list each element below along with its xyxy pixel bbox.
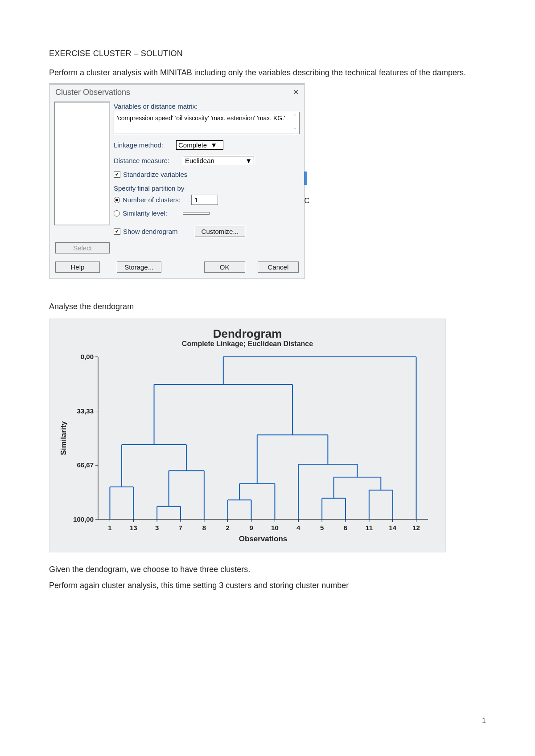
svg-text:9: 9 (249, 524, 253, 531)
svg-text:33,33: 33,33 (77, 407, 94, 414)
para-choose-clusters: Given the dendogram, we choose to have t… (49, 564, 486, 575)
svg-text:12: 12 (412, 524, 420, 531)
chart-title: Dendrogram (58, 327, 437, 341)
radio-nclusters[interactable]: Number of clusters: 1 (114, 195, 300, 205)
cluster-observations-dialog: C Cluster Observations × Variables or di… (49, 83, 305, 279)
radio-nclusters-label: Number of clusters: (123, 196, 181, 204)
para-perform-again: Perform again cluster analysis, this tim… (49, 580, 486, 591)
help-button[interactable]: Help (55, 262, 100, 273)
dendrogram-svg: 0,0033,3366,67100,00Similarity1133782910… (58, 352, 437, 544)
variables-value: 'compression speed' 'oil viscosity' 'max… (117, 114, 285, 122)
svg-text:66,67: 66,67 (77, 461, 94, 469)
chevron-down-icon[interactable]: ˅ (294, 127, 296, 133)
doc-intro-para: Perform a cluster analysis with MINITAB … (49, 67, 486, 78)
linkage-value: Complete (178, 141, 207, 149)
svg-text:14: 14 (389, 524, 396, 531)
checkbox-icon: ✔ (114, 228, 120, 235)
dialog-title: Cluster Observations (55, 88, 130, 97)
label-distance: Distance measure: (114, 157, 183, 164)
svg-text:3: 3 (155, 524, 159, 531)
doc-title: EXERCISE CLUSTER – SOLUTION (49, 49, 486, 58)
close-icon[interactable]: × (293, 87, 299, 97)
svg-text:8: 8 (202, 524, 206, 531)
chart-subtitle: Complete Linkage; Euclidean Distance (58, 340, 437, 348)
dendrogram-label: Show dendrogram (123, 228, 178, 235)
radio-on-icon (114, 197, 120, 203)
chevron-down-icon: ▼ (245, 157, 252, 164)
textarea-scroll[interactable]: ˄ ˅ (291, 113, 298, 133)
checkbox-icon: ✔ (114, 171, 120, 178)
chevron-down-icon: ▼ (210, 141, 217, 149)
dendrogram-checkbox[interactable]: ✔ Show dendrogram (114, 228, 178, 235)
cancel-button[interactable]: Cancel (258, 262, 299, 273)
svg-text:6: 6 (344, 524, 347, 531)
standardize-checkbox[interactable]: ✔ Standardize variables (114, 171, 187, 178)
svg-text:13: 13 (130, 524, 137, 531)
standardize-label: Standardize variables (123, 171, 187, 178)
svg-text:2: 2 (226, 524, 230, 531)
page-number: 1 (482, 717, 486, 725)
radio-off-icon (114, 210, 120, 217)
svg-text:0,00: 0,00 (81, 353, 94, 360)
svg-text:10: 10 (271, 524, 279, 531)
radio-similarity[interactable]: Similarity level: (114, 209, 300, 217)
storage-button[interactable]: Storage... (117, 262, 161, 273)
svg-text:Observations: Observations (239, 535, 288, 543)
radio-similarity-label: Similarity level: (123, 209, 167, 217)
distance-value: Euclidean (185, 157, 214, 164)
svg-text:7: 7 (179, 524, 182, 531)
svg-text:1: 1 (108, 524, 111, 531)
subhead-analyse: Analyse the dendogram (49, 301, 486, 312)
similarity-input[interactable] (183, 212, 210, 215)
side-c-label: C (304, 197, 309, 205)
svg-text:4: 4 (296, 524, 300, 531)
linkage-combobox[interactable]: Complete ▼ (176, 140, 223, 150)
select-button: Select (55, 242, 110, 253)
svg-text:5: 5 (320, 524, 324, 531)
distance-combobox[interactable]: Euclidean ▼ (183, 156, 254, 165)
variables-textarea[interactable]: 'compression speed' 'oil viscosity' 'max… (114, 112, 300, 134)
svg-text:Similarity: Similarity (59, 421, 68, 455)
label-linkage: Linkage method: (114, 141, 176, 149)
chevron-up-icon[interactable]: ˄ (294, 113, 296, 119)
label-variables: Variables or distance matrix: (114, 102, 300, 110)
variable-listbox[interactable] (54, 102, 110, 225)
side-accent (304, 172, 307, 185)
svg-text:11: 11 (366, 524, 373, 531)
label-specify: Specify final partition by (114, 184, 300, 192)
svg-text:100,00: 100,00 (73, 515, 94, 523)
nclusters-input[interactable]: 1 (191, 195, 218, 205)
customize-button[interactable]: Customize... (195, 226, 245, 237)
dendrogram-chart: Dendrogram Complete Linkage; Euclidean D… (49, 319, 446, 552)
ok-button[interactable]: OK (204, 262, 245, 273)
